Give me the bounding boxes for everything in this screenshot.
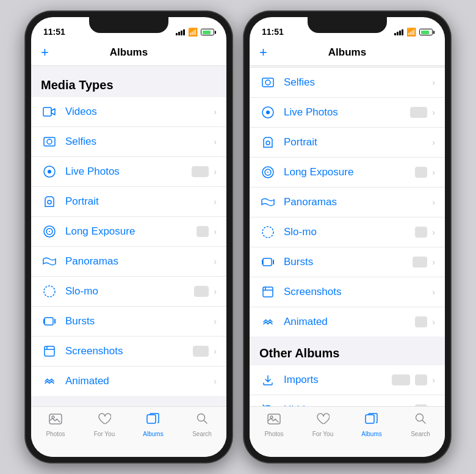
svg-point-4 xyxy=(48,170,51,173)
list-item-selfies[interactable]: Selfies › xyxy=(31,127,226,157)
videos-chevron: › xyxy=(214,107,217,117)
animated-label-2: Animated xyxy=(284,316,415,328)
slomo-count-2 xyxy=(415,227,427,238)
list-item-imports-2[interactable]: Imports › xyxy=(250,365,445,395)
list-item-videos[interactable]: Videos › xyxy=(31,97,226,127)
svg-point-8 xyxy=(49,231,50,232)
signal-icon-1 xyxy=(176,29,185,35)
list-item-selfies-2[interactable]: Selfies › xyxy=(250,67,445,98)
scroll-content-1[interactable]: Media Types Videos › Selfies › xyxy=(31,66,226,406)
search-tab-icon-1 xyxy=(195,412,209,429)
svg-rect-29 xyxy=(273,260,274,264)
slomo-label: Slo-mo xyxy=(65,285,194,297)
tab-photos-1[interactable]: Photos xyxy=(31,412,80,437)
tab-albums-1[interactable]: Albums xyxy=(129,412,178,437)
imports-icon-2 xyxy=(259,371,276,388)
screenshots-count xyxy=(193,346,209,357)
tab-photos-2[interactable]: Photos xyxy=(250,412,298,437)
slomo-count xyxy=(194,286,209,297)
video-icon xyxy=(41,103,58,120)
svg-rect-12 xyxy=(54,319,56,324)
add-button-2[interactable]: + xyxy=(259,46,267,59)
list-item-portrait-2[interactable]: Portrait › xyxy=(250,128,445,158)
tab-search-2[interactable]: Search xyxy=(396,412,445,437)
list-item-livephotos-2[interactable]: Live Photos › xyxy=(250,98,445,128)
longexposure-label: Long Exposure xyxy=(65,225,197,238)
longexposure-icon xyxy=(41,223,58,240)
imports-count2-2 xyxy=(415,374,427,385)
selfies-chevron-2: › xyxy=(432,78,435,87)
list-item-screenshots[interactable]: Screenshots › xyxy=(31,337,226,366)
battery-icon-2 xyxy=(419,29,433,35)
animated-icon xyxy=(41,373,58,390)
tab-albums-2[interactable]: Albums xyxy=(347,412,396,437)
search-tab-label-1: Search xyxy=(192,431,212,437)
live-icon xyxy=(41,163,58,180)
selfie-icon-2 xyxy=(259,74,276,91)
screenshots-chevron: › xyxy=(214,346,217,356)
list-item-bursts-2[interactable]: Bursts › xyxy=(250,247,445,277)
animated-icon-2 xyxy=(259,313,276,330)
list-item-longexposure-2[interactable]: Long Exposure › xyxy=(250,158,445,188)
tab-search-1[interactable]: Search xyxy=(178,412,226,437)
selfies-label: Selfies xyxy=(65,136,214,148)
selfies-chevron: › xyxy=(214,137,217,147)
nav-title-1: Albums xyxy=(110,46,148,59)
svg-rect-13 xyxy=(45,346,54,356)
status-icons-2: 📶 xyxy=(394,27,433,37)
photos-tab-icon-2 xyxy=(267,412,281,429)
svg-rect-27 xyxy=(263,258,272,266)
list-item-bursts[interactable]: Bursts › xyxy=(31,307,226,337)
tab-foryou-2[interactable]: For You xyxy=(298,412,347,437)
panoramas-chevron-2: › xyxy=(432,197,435,207)
albums-tab-icon-2 xyxy=(365,412,378,429)
list-item-panoramas-2[interactable]: Panoramas › xyxy=(250,188,445,217)
tab-foryou-1[interactable]: For You xyxy=(80,412,129,437)
livephotos-chevron-2: › xyxy=(432,108,435,117)
add-button-1[interactable]: + xyxy=(41,46,49,59)
slomo-label-2: Slo-mo xyxy=(284,226,415,238)
list-item-longexposure[interactable]: Long Exposure › xyxy=(31,217,226,247)
list-item-portrait[interactable]: Portrait › xyxy=(31,187,226,217)
nav-title-2: Albums xyxy=(328,46,366,59)
animated-count-2 xyxy=(415,316,427,327)
list-item-animated-2[interactable]: Animated › xyxy=(250,307,445,337)
foryou-tab-label-2: For You xyxy=(312,431,333,437)
other-albums-header-2: Other Albums xyxy=(250,337,445,365)
imports-label-2: Imports xyxy=(284,374,392,386)
list-item-livephotos[interactable]: Live Photos › xyxy=(31,157,226,187)
selfies-label-2: Selfies xyxy=(284,76,432,89)
bursts-chevron: › xyxy=(214,316,217,326)
other-albums-list-2: Imports › Hidden › xyxy=(250,365,445,406)
svg-rect-0 xyxy=(43,108,51,116)
imports-chevron-2: › xyxy=(432,375,435,385)
portrait-chevron-2: › xyxy=(432,137,435,147)
svg-point-2 xyxy=(47,139,52,144)
svg-rect-1 xyxy=(44,137,55,146)
bursts-label-2: Bursts xyxy=(284,256,413,268)
list-item-screenshots-2[interactable]: Screenshots › xyxy=(250,277,445,307)
portrait-label: Portrait xyxy=(65,195,214,208)
list-item-animated[interactable]: Animated › xyxy=(31,366,226,396)
list-item-slomo-2[interactable]: Slo-mo › xyxy=(250,217,445,247)
list-item-slomo[interactable]: Slo-mo › xyxy=(31,277,226,307)
svg-rect-30 xyxy=(263,287,273,297)
list-item-hidden-2[interactable]: Hidden › xyxy=(250,395,445,406)
livephotos-count xyxy=(192,166,209,177)
signal-icon-2 xyxy=(394,29,403,35)
svg-point-5 xyxy=(48,200,51,204)
animated-label: Animated xyxy=(65,375,214,387)
scroll-content-2[interactable]: Selfies › Live Photos › xyxy=(250,66,445,406)
slomo-chevron-2: › xyxy=(432,227,435,237)
livephotos-label-2: Live Photos xyxy=(284,106,410,119)
panorama-icon-2 xyxy=(259,194,276,211)
panoramas-label-2: Panoramas xyxy=(284,196,432,208)
slomo-icon xyxy=(41,283,58,300)
scrolled-list-2: Selfies › Live Photos › xyxy=(250,67,445,337)
search-tab-icon-2 xyxy=(414,412,427,429)
svg-rect-11 xyxy=(43,319,45,324)
svg-rect-28 xyxy=(262,260,263,264)
list-item-panoramas[interactable]: Panoramas › xyxy=(31,247,226,277)
livephotos-label: Live Photos xyxy=(65,166,192,178)
albums-tab-label-1: Albums xyxy=(143,431,163,437)
